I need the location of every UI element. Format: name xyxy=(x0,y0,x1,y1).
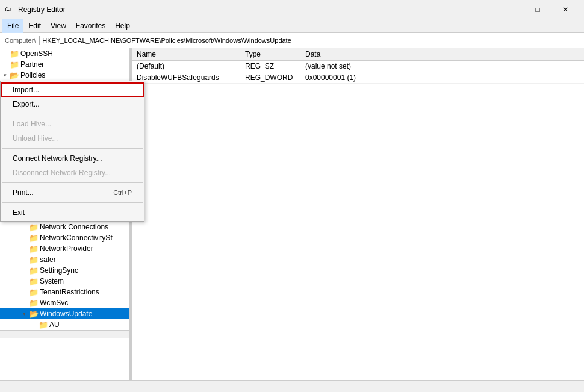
menu-edit[interactable]: Edit xyxy=(23,19,46,33)
tree-item-label: OpenSSH xyxy=(20,49,53,58)
main-content: 📁OpenSSH📁Partner▾📂Policies▾📂Microsoft▸📁C… xyxy=(0,48,584,380)
tree-item[interactable]: 📁Partner xyxy=(0,59,129,70)
address-bar: Computer\ xyxy=(0,33,584,48)
menu-print[interactable]: Print... Ctrl+P xyxy=(1,185,144,200)
tree-item-label: WcmSvc xyxy=(40,299,68,307)
tree-item-label: Policies xyxy=(20,71,45,79)
folder-icon: 📂 xyxy=(29,309,39,319)
col-header-name: Name xyxy=(132,48,240,61)
menu-connect-network-label: Connect Network Registry... xyxy=(13,154,102,163)
tree-item-label: Network Connections xyxy=(40,223,108,231)
expand-button xyxy=(19,276,29,286)
close-button[interactable]: ✕ xyxy=(551,0,579,19)
menu-export-label: Export... xyxy=(13,100,40,108)
expand-button xyxy=(19,287,29,297)
tree-item[interactable]: 📁System xyxy=(0,276,129,287)
expand-button xyxy=(29,320,39,329)
window-title: Registry Editor xyxy=(18,5,496,14)
tree-scrollbar xyxy=(0,330,129,338)
folder-icon: 📁 xyxy=(10,49,19,58)
tree-item[interactable]: 📁Network Connections xyxy=(0,222,129,232)
minimize-button[interactable]: – xyxy=(496,0,524,19)
expand-button[interactable]: ▾ xyxy=(19,309,29,319)
address-label: Computer\ xyxy=(5,37,36,44)
separator-1 xyxy=(2,114,143,114)
menu-exit-label: Exit xyxy=(13,208,25,217)
tree-item[interactable]: ▾📂Policies xyxy=(0,70,129,81)
tree-item-label: NetworkConnectivitySt xyxy=(40,234,113,242)
title-bar: 🗂 Registry Editor – □ ✕ xyxy=(0,0,584,19)
tree-item[interactable]: ▾📂WindowsUpdate xyxy=(0,308,129,319)
expand-button xyxy=(19,222,29,232)
folder-icon: 📁 xyxy=(29,276,39,286)
tree-item-label: TenantRestrictions xyxy=(40,288,99,296)
tree-item[interactable]: 📁AU xyxy=(0,319,129,330)
tree-item-label: WindowsUpdate xyxy=(40,310,92,318)
menu-load-hive-label: Load Hive... xyxy=(13,120,51,128)
tree-item[interactable]: 📁NetworkConnectivitySt xyxy=(0,232,129,243)
tree-item[interactable]: 📁NetworkProvider xyxy=(0,243,129,254)
table-row[interactable]: DisableWUFBSafeguardsREG_DWORD0x00000001… xyxy=(132,72,584,84)
menu-help[interactable]: Help xyxy=(110,19,135,33)
maximize-button[interactable]: □ xyxy=(524,0,551,19)
tree-item-label: SettingSync xyxy=(40,266,78,275)
tree-item-label: safer xyxy=(40,255,56,264)
data-table: Name Type Data (Default)REG_SZ(value not… xyxy=(132,48,584,84)
col-header-data: Data xyxy=(300,48,584,61)
folder-icon: 📁 xyxy=(10,60,19,69)
menu-file[interactable]: File xyxy=(2,19,23,33)
tree-item-label: AU xyxy=(49,320,60,329)
tree-item[interactable]: 📁WcmSvc xyxy=(0,297,129,308)
expand-button xyxy=(0,60,10,69)
tree-item-label: System xyxy=(40,277,64,285)
menu-load-hive: Load Hive... xyxy=(1,117,144,131)
folder-icon: 📁 xyxy=(29,266,39,275)
window-controls: – □ ✕ xyxy=(496,0,579,19)
separator-3 xyxy=(2,182,143,183)
menu-import-label: Import... xyxy=(13,86,39,94)
file-menu-dropdown: Import... Export... Load Hive... Unload … xyxy=(0,81,144,222)
folder-icon: 📁 xyxy=(29,244,39,254)
folder-icon: 📁 xyxy=(39,320,48,329)
status-bar xyxy=(0,380,584,392)
tree-item[interactable]: 📁OpenSSH xyxy=(0,48,129,59)
tree-item[interactable]: 📁safer xyxy=(0,254,129,265)
expand-button xyxy=(19,298,29,308)
menu-print-label: Print... xyxy=(13,188,34,197)
cell-name: DisableWUFBSafeguards xyxy=(132,72,240,84)
cell-data: (value not set) xyxy=(300,61,584,72)
menu-disconnect-network-label: Disconnect Network Registry... xyxy=(13,169,111,177)
tree-item-label: NetworkProvider xyxy=(40,244,93,253)
separator-2 xyxy=(2,148,143,149)
folder-icon: 📁 xyxy=(29,298,39,308)
dropdown-menu: Import... Export... Load Hive... Unload … xyxy=(0,81,144,222)
col-header-type: Type xyxy=(240,48,300,61)
menu-export[interactable]: Export... xyxy=(1,97,144,111)
menu-unload-hive-label: Unload Hive... xyxy=(13,134,58,143)
separator-4 xyxy=(2,202,143,203)
table-row[interactable]: (Default)REG_SZ(value not set) xyxy=(132,61,584,72)
folder-icon: 📂 xyxy=(10,70,19,80)
tree-item[interactable]: 📁SettingSync xyxy=(0,265,129,276)
cell-type: REG_SZ xyxy=(240,61,300,72)
folder-icon: 📁 xyxy=(29,287,39,297)
cell-data: 0x00000001 (1) xyxy=(300,72,584,84)
menu-favorites[interactable]: Favorites xyxy=(71,19,110,33)
menu-import[interactable]: Import... xyxy=(1,82,144,97)
menu-view[interactable]: View xyxy=(46,19,71,33)
menu-unload-hive: Unload Hive... xyxy=(1,131,144,146)
expand-button xyxy=(19,244,29,254)
folder-icon: 📁 xyxy=(29,222,39,232)
tree-item[interactable]: 📁TenantRestrictions xyxy=(0,287,129,297)
menu-bar: File Edit View Favorites Help xyxy=(0,19,584,33)
expand-button[interactable]: ▾ xyxy=(0,70,10,80)
address-input[interactable] xyxy=(39,36,579,45)
cell-type: REG_DWORD xyxy=(240,72,300,84)
menu-print-shortcut: Ctrl+P xyxy=(113,189,132,196)
menu-connect-network[interactable]: Connect Network Registry... xyxy=(1,151,144,166)
menu-exit[interactable]: Exit xyxy=(1,205,144,220)
expand-button xyxy=(0,49,10,58)
expand-button xyxy=(19,255,29,264)
cell-name: (Default) xyxy=(132,61,240,72)
data-panel: Name Type Data (Default)REG_SZ(value not… xyxy=(132,48,584,380)
